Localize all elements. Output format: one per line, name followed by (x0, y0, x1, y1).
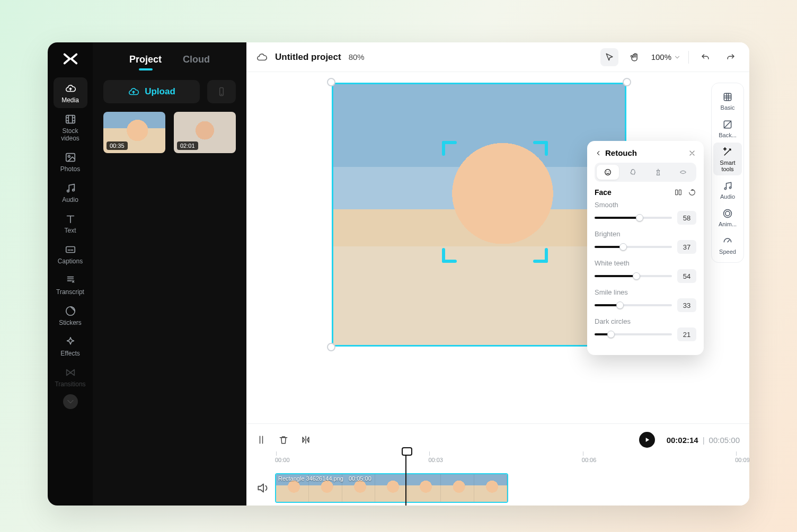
quick-item-basic[interactable]: Basic (713, 87, 742, 114)
param-label: White teeth (595, 259, 696, 267)
quick-item-animation[interactable]: Anim... (713, 204, 742, 230)
retouch-subtabs (595, 163, 696, 182)
rail-label: Transcript (56, 288, 84, 296)
chevron-down-icon (674, 54, 681, 61)
rail-item-stickers[interactable]: Stickers (54, 300, 87, 331)
play-icon (643, 436, 651, 444)
param-label: Smile lines (595, 288, 696, 296)
undo-button[interactable] (696, 48, 714, 66)
timeline-time: 00:02:14|00:05:00 (667, 436, 740, 445)
param-label: Dark circles (595, 317, 696, 325)
rail-label: Stock videos (61, 127, 79, 142)
retouch-tab-face[interactable] (597, 165, 619, 180)
music-icon (722, 181, 733, 191)
rail-label: Text (64, 227, 76, 234)
rail-item-text[interactable]: Text (54, 208, 87, 238)
face-bracket-icon (533, 248, 548, 263)
timeline-tracks: Rectangle 34626144.png 00:05:00 (275, 471, 740, 506)
svg-point-3 (67, 190, 69, 192)
quick-item-speed[interactable]: Speed (713, 232, 742, 258)
text-icon (65, 213, 76, 225)
timeline-body: 00:00 00:03 00:06 00:09 Rectangle 346261… (275, 450, 740, 506)
rail-item-effects[interactable]: Effects (54, 331, 87, 361)
param-slider[interactable] (595, 275, 672, 277)
rail-more-button[interactable] (63, 394, 78, 409)
trash-icon[interactable] (278, 435, 289, 445)
resize-handle-bl[interactable] (327, 343, 335, 351)
current-time: 00:02:14 (667, 436, 698, 445)
retouch-tab-head[interactable] (622, 165, 644, 180)
chevron-left-icon[interactable] (595, 149, 602, 157)
hand-tool-button[interactable] (626, 48, 644, 66)
timeline-clip[interactable]: Rectangle 34626144.png 00:05:00 (275, 473, 508, 503)
quick-item-smart-tools[interactable]: Smart tools (713, 143, 742, 175)
media-clip[interactable]: 02:01 (174, 112, 236, 153)
rail-item-transcript[interactable]: Transcript (54, 269, 87, 300)
split-icon[interactable] (256, 435, 267, 445)
svg-rect-5 (66, 247, 75, 253)
retouch-tab-makeup[interactable] (672, 165, 695, 180)
upload-button[interactable]: Upload (103, 80, 200, 103)
canvas[interactable] (332, 83, 626, 347)
svg-rect-1 (66, 154, 75, 162)
resize-handle-tl[interactable] (327, 78, 335, 86)
rail-item-media[interactable]: Media (54, 77, 87, 108)
rail-item-photos[interactable]: Photos (54, 146, 87, 177)
reset-icon[interactable] (688, 188, 696, 197)
selection-frame (332, 83, 626, 347)
param-label: Smooth (595, 201, 696, 209)
tab-project[interactable]: Project (129, 54, 162, 65)
quick-item-background[interactable]: Back... (713, 115, 742, 141)
svg-point-16 (724, 210, 732, 218)
phone-icon (216, 86, 227, 97)
rail-item-audio[interactable]: Audio (54, 177, 87, 208)
media-clip[interactable]: 00:35 (103, 112, 165, 153)
quick-label: Speed (719, 249, 736, 255)
select-tool-button[interactable] (600, 48, 618, 66)
svg-point-8 (605, 170, 610, 175)
project-title[interactable]: Untitled project (275, 52, 341, 63)
ruler-label: 00:09 (735, 457, 749, 463)
tab-cloud[interactable]: Cloud (183, 54, 210, 65)
retouch-tab-body[interactable] (647, 165, 669, 180)
speedometer-icon (722, 236, 733, 246)
undo-icon (700, 52, 711, 63)
close-icon[interactable] (688, 149, 696, 157)
compare-icon[interactable] (674, 188, 683, 197)
grid-icon (722, 92, 733, 102)
left-rail: Media Stock videos Photos Audio Text Cap… (48, 42, 93, 506)
redo-icon (725, 52, 736, 63)
svg-point-2 (68, 155, 70, 157)
panel-tabs: Project Cloud (93, 42, 246, 70)
svg-point-4 (72, 189, 74, 191)
playhead[interactable] (405, 450, 406, 506)
import-phone-button[interactable] (207, 80, 236, 103)
rail-item-transitions[interactable]: Transitions (54, 361, 87, 392)
param-slider[interactable] (595, 217, 672, 219)
retouch-category: Face (595, 188, 612, 197)
redo-button[interactable] (722, 48, 740, 66)
lips-icon (679, 168, 687, 176)
timeline-ruler[interactable]: 00:00 00:03 00:06 00:09 (275, 451, 740, 466)
param-slider[interactable] (595, 304, 672, 306)
speaker-icon[interactable] (256, 481, 270, 495)
film-icon (65, 113, 76, 125)
rail-item-captions[interactable]: Captions (54, 238, 87, 269)
resize-handle-tr[interactable] (623, 78, 631, 86)
mirror-icon[interactable] (300, 435, 311, 445)
retouch-param-row: White teeth54 (595, 259, 696, 283)
app-logo-icon (61, 50, 79, 68)
zoom-dropdown[interactable]: 100% (651, 52, 681, 61)
retouch-param-row: Smooth58 (595, 201, 696, 225)
play-button[interactable] (639, 432, 655, 448)
quick-label: Basic (721, 104, 735, 111)
rail-label: Media (61, 96, 79, 104)
cloud-sync-icon[interactable] (256, 51, 268, 63)
ruler-label: 00:00 (275, 457, 290, 463)
retouch-param-row: Brighten37 (595, 230, 696, 254)
rail-item-stock-videos[interactable]: Stock videos (54, 108, 87, 146)
quick-item-audio[interactable]: Audio (713, 176, 742, 203)
param-slider[interactable] (595, 333, 672, 335)
param-slider[interactable] (595, 246, 672, 248)
rail-label: Transitions (55, 380, 85, 388)
